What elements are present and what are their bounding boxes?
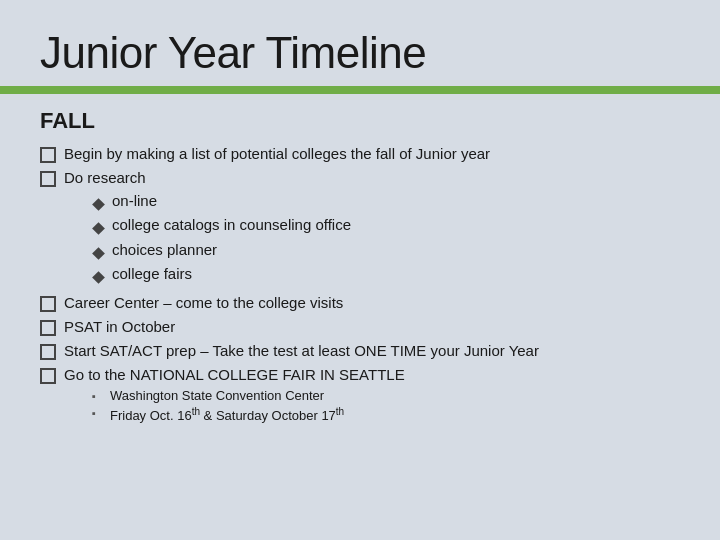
content-area: FALL Begin by making a list of potential… xyxy=(0,94,720,441)
title-area: Junior Year Timeline xyxy=(0,0,720,86)
bullet-text-4: PSAT in October xyxy=(64,317,680,337)
sub-item-text: college catalogs in counseling office xyxy=(112,215,351,235)
sub-item-text: on-line xyxy=(112,191,157,211)
sub-item-text: Washington State Convention Center xyxy=(110,388,324,405)
green-bar xyxy=(0,86,720,94)
list-item: Start SAT/ACT prep – Take the test at le… xyxy=(40,341,680,361)
bullet-icon-6 xyxy=(40,367,58,383)
list-item: on-line xyxy=(92,191,680,214)
bullet-text-2: Do research on-line college catalogs in … xyxy=(64,168,680,288)
bullet-text-3: Career Center – come to the college visi… xyxy=(64,293,680,313)
bullet-text-5: Start SAT/ACT prep – Take the test at le… xyxy=(64,341,680,361)
list-item: college fairs xyxy=(92,264,680,287)
section-heading: FALL xyxy=(40,108,680,134)
bullet-icon-3 xyxy=(40,295,58,311)
list-item: college catalogs in counseling office xyxy=(92,215,680,238)
sub-bullet-icon xyxy=(92,243,108,263)
bullet-icon-4 xyxy=(40,319,58,335)
list-item: Washington State Convention Center xyxy=(92,388,680,405)
sub-item-text: choices planner xyxy=(112,240,217,260)
sub-list-national-fair: Washington State Convention Center Frida… xyxy=(64,388,680,426)
slide: Junior Year Timeline FALL Begin by makin… xyxy=(0,0,720,540)
list-item: Begin by making a list of potential coll… xyxy=(40,144,680,164)
bullet-text-1: Begin by making a list of potential coll… xyxy=(64,144,680,164)
sub-list-research: on-line college catalogs in counseling o… xyxy=(64,191,680,287)
list-item: PSAT in October xyxy=(40,317,680,337)
sub-bullet-icon xyxy=(92,267,108,287)
list-item: choices planner xyxy=(92,240,680,263)
list-item: Friday Oct. 16th & Saturday October 17th xyxy=(92,405,680,425)
main-bullet-list: Begin by making a list of potential coll… xyxy=(40,144,680,427)
list-item: Career Center – come to the college visi… xyxy=(40,293,680,313)
sub-sub-bullet-icon xyxy=(92,388,106,405)
bullet-text-6: Go to the NATIONAL COLLEGE FAIR IN SEATT… xyxy=(64,365,680,426)
page-title: Junior Year Timeline xyxy=(40,28,680,78)
bullet-icon-1 xyxy=(40,146,58,162)
sub-item-text: college fairs xyxy=(112,264,192,284)
list-item: Go to the NATIONAL COLLEGE FAIR IN SEATT… xyxy=(40,365,680,426)
sub-bullet-icon xyxy=(92,218,108,238)
bullet-icon-2 xyxy=(40,170,58,186)
bullet-icon-5 xyxy=(40,343,58,359)
sub-bullet-icon xyxy=(92,194,108,214)
list-item: Do research on-line college catalogs in … xyxy=(40,168,680,288)
sub-item-text: Friday Oct. 16th & Saturday October 17th xyxy=(110,405,344,425)
sub-sub-bullet-icon xyxy=(92,405,106,422)
